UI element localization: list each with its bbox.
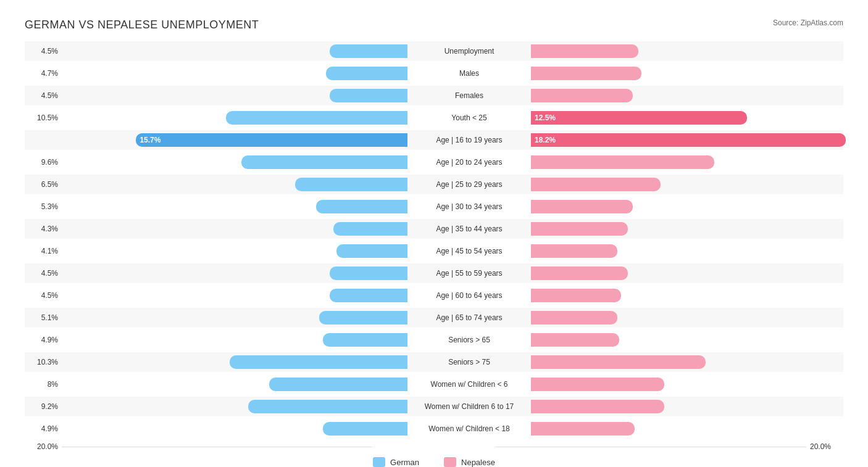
axis-left-label: 20.0% xyxy=(25,442,62,451)
bar-label: Age | 30 to 34 years xyxy=(407,202,531,211)
right-bar: 18.2% xyxy=(531,133,846,147)
right-bar xyxy=(531,355,706,369)
left-bar-value: 15.7% xyxy=(136,136,164,144)
legend-german-box xyxy=(373,457,385,467)
right-bar-container xyxy=(531,333,868,347)
bar-row: 9.6%Age | 20 to 24 years10.6% xyxy=(25,152,843,172)
right-bar: 12.5% xyxy=(531,111,747,125)
right-bar xyxy=(531,311,617,324)
bar-label: Age | 45 to 54 years xyxy=(407,247,531,255)
bar-label: Age | 65 to 74 years xyxy=(407,313,531,322)
left-bar-container xyxy=(62,400,407,413)
left-bar-container xyxy=(62,355,407,369)
right-bar xyxy=(531,267,628,280)
right-bar-container xyxy=(531,378,868,391)
left-value: 4.9% xyxy=(25,424,62,433)
left-bar xyxy=(319,311,407,324)
right-bar xyxy=(531,400,664,413)
left-value: 10.5% xyxy=(25,114,62,122)
bar-label: Youth < 25 xyxy=(407,114,531,122)
legend-nepalese: Nepalese xyxy=(444,457,495,467)
legend: German Nepalese xyxy=(25,457,843,467)
bar-row: 6.5%Age | 25 to 29 years7.5% xyxy=(25,175,843,194)
bar-label: Age | 60 to 64 years xyxy=(407,291,531,300)
bar-label: Males xyxy=(407,69,531,78)
legend-german-label: German xyxy=(390,458,419,467)
left-bar xyxy=(330,89,407,102)
chart-body: 4.5%Unemployment6.2%4.7%Males6.4%4.5%Fem… xyxy=(25,41,843,439)
right-bar xyxy=(531,89,633,102)
bar-label: Unemployment xyxy=(407,47,531,56)
bar-label: Age | 16 to 19 years xyxy=(407,136,531,144)
left-bar xyxy=(316,200,407,213)
bar-row: 4.9%Seniors > 655.1% xyxy=(25,330,843,350)
bar-label: Age | 25 to 29 years xyxy=(407,180,531,189)
bar-row: 4.1%Age | 45 to 54 years5% xyxy=(25,241,843,261)
right-bar-container xyxy=(531,200,868,213)
left-bar xyxy=(330,267,407,280)
right-bar-container xyxy=(531,244,868,258)
axis-right-label: 20.0% xyxy=(806,442,843,451)
right-bar xyxy=(531,155,714,169)
left-value: 10.3% xyxy=(25,358,62,366)
left-value: 4.5% xyxy=(25,91,62,100)
chart-title: German vs Nepalese Unemployment xyxy=(25,19,259,31)
right-bar xyxy=(531,378,664,391)
bar-row: 10.5%Youth < 2512.5% xyxy=(25,108,843,128)
left-value: 4.1% xyxy=(25,247,62,255)
right-bar-container xyxy=(531,355,868,369)
left-value: 4.3% xyxy=(25,225,62,233)
right-bar-container xyxy=(531,44,868,58)
left-value: 9.6% xyxy=(25,158,62,167)
left-bar-container xyxy=(62,155,407,169)
left-bar xyxy=(226,111,407,125)
bar-label: Women w/ Children 6 to 17 xyxy=(407,402,531,411)
right-bar-container: 18.2% xyxy=(531,133,868,147)
bar-label: Women w/ Children < 18 xyxy=(407,424,531,433)
right-bar-value: 18.2% xyxy=(531,136,559,144)
left-value: 8% xyxy=(25,380,62,389)
axis-line xyxy=(62,447,372,447)
left-value: 4.9% xyxy=(25,336,62,344)
legend-nepalese-box xyxy=(444,457,456,467)
right-bar xyxy=(531,289,621,302)
bar-label: Women w/ Children < 6 xyxy=(407,380,531,389)
left-bar xyxy=(323,422,407,436)
left-value: 9.2% xyxy=(25,402,62,411)
left-bar-container xyxy=(62,311,407,324)
left-bar-container xyxy=(62,222,407,236)
chart-source: Source: ZipAtlas.com xyxy=(773,19,843,27)
bar-row: 4.3%Age | 35 to 44 years5.6% xyxy=(25,219,843,239)
right-bar-container xyxy=(531,178,868,191)
left-bar xyxy=(269,378,407,391)
right-bar-container xyxy=(531,267,868,280)
bar-row: 4.5%Age | 55 to 59 years5.6% xyxy=(25,263,843,283)
right-bar-container xyxy=(531,222,868,236)
axis-line-right xyxy=(496,447,806,447)
right-bar-container: 12.5% xyxy=(531,111,868,125)
bar-row: 15.7%Age | 16 to 19 years18.2% xyxy=(25,130,843,150)
right-bar xyxy=(531,333,619,347)
bar-row: 4.9%Women w/ Children < 186% xyxy=(25,419,843,439)
right-bar xyxy=(531,244,617,258)
left-bar-container xyxy=(62,333,407,347)
left-bar xyxy=(336,244,407,258)
left-bar-container xyxy=(62,89,407,102)
left-bar-container xyxy=(62,67,407,80)
left-value: 4.5% xyxy=(25,269,62,278)
left-bar xyxy=(330,289,407,302)
left-bar xyxy=(241,155,407,169)
right-bar-value: 12.5% xyxy=(531,114,559,122)
right-bar xyxy=(531,67,641,80)
left-value: 4.5% xyxy=(25,47,62,56)
left-bar-container xyxy=(62,44,407,58)
bar-row: 4.5%Age | 60 to 64 years5.2% xyxy=(25,286,843,305)
right-bar xyxy=(531,422,635,436)
right-bar-container xyxy=(531,311,868,324)
left-value: 6.5% xyxy=(25,180,62,189)
left-bar xyxy=(248,400,407,413)
left-bar-container xyxy=(62,178,407,191)
left-bar xyxy=(230,355,407,369)
left-bar-container xyxy=(62,111,407,125)
left-bar-container xyxy=(62,422,407,436)
